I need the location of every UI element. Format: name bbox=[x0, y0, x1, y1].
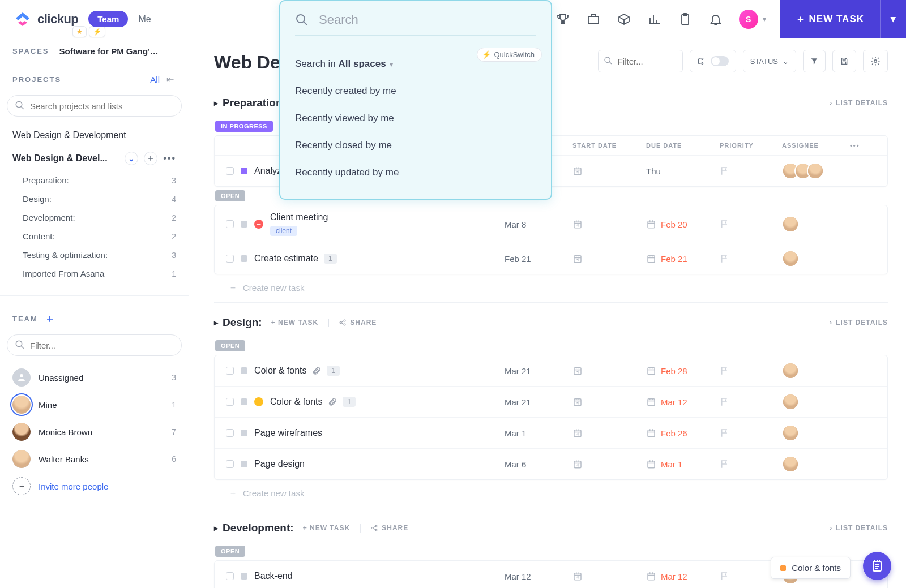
priority-cell[interactable] bbox=[720, 428, 782, 438]
status-square-icon[interactable] bbox=[241, 398, 247, 405]
box-icon[interactable] bbox=[617, 12, 631, 27]
attachment-icon[interactable] bbox=[312, 366, 321, 375]
due-date-cell[interactable]: Mar 12 bbox=[646, 397, 720, 407]
project-search[interactable] bbox=[7, 95, 182, 117]
project-search-input[interactable] bbox=[7, 95, 182, 117]
columns-menu-icon[interactable]: ••• bbox=[850, 142, 878, 149]
list-item[interactable]: Preparation:3 bbox=[0, 171, 189, 190]
start-date-cell[interactable] bbox=[572, 428, 646, 438]
avatar[interactable] bbox=[782, 424, 799, 441]
create-task-link[interactable]: ＋Create new task bbox=[214, 274, 888, 298]
create-task-link[interactable]: ＋Create new task bbox=[214, 480, 888, 503]
due-date-cell[interactable]: Feb 20 bbox=[646, 219, 720, 229]
assignee-cell[interactable] bbox=[782, 250, 850, 267]
priority-cell[interactable] bbox=[720, 397, 782, 407]
due-date-cell[interactable]: Feb 26 bbox=[646, 428, 720, 438]
avatar[interactable] bbox=[782, 362, 799, 379]
bell-icon[interactable] bbox=[708, 12, 723, 27]
task-row[interactable]: Page wireframesMar 1Feb 26 bbox=[215, 417, 887, 448]
start-date-cell[interactable] bbox=[572, 571, 646, 581]
due-date-cell[interactable]: Mar 1 bbox=[646, 459, 720, 469]
project-item-active[interactable]: Web Design & Devel... ⌄ ＋ ••• bbox=[0, 146, 189, 171]
new-task-dropdown[interactable]: ▾ bbox=[880, 0, 906, 38]
start-date-cell[interactable] bbox=[572, 397, 646, 407]
avatar[interactable] bbox=[782, 216, 799, 233]
notepad-fab[interactable] bbox=[863, 552, 891, 580]
status-square-icon[interactable] bbox=[241, 221, 247, 228]
avatar[interactable] bbox=[782, 393, 799, 410]
start-date-cell[interactable] bbox=[572, 254, 646, 264]
save-view-button[interactable] bbox=[832, 50, 856, 72]
user-menu[interactable]: S ▾ bbox=[739, 10, 766, 29]
list-details-link[interactable]: ›LIST DETAILS bbox=[830, 99, 888, 107]
invite-people[interactable]: ＋ Invite more people bbox=[0, 473, 189, 500]
status-badge[interactable]: OPEN bbox=[215, 190, 245, 201]
team-member[interactable]: Monica Brown7 bbox=[0, 418, 189, 445]
section-new-task[interactable]: + NEW TASK bbox=[271, 319, 318, 327]
task-checkbox[interactable] bbox=[226, 460, 234, 468]
priority-cell[interactable] bbox=[720, 254, 782, 264]
clipboard-icon[interactable] bbox=[678, 12, 693, 27]
assignee-cell[interactable] bbox=[782, 424, 850, 441]
filter-search[interactable] bbox=[598, 50, 683, 72]
list-item[interactable]: Content:2 bbox=[0, 227, 189, 246]
priority-cell[interactable] bbox=[720, 166, 782, 176]
add-list-button[interactable]: ＋ bbox=[144, 152, 157, 165]
task-checkbox[interactable] bbox=[226, 167, 234, 175]
tag-chip[interactable]: client bbox=[270, 226, 297, 236]
status-badge[interactable]: IN PROGRESS bbox=[215, 121, 273, 132]
list-item[interactable]: Testing & optimization:3 bbox=[0, 246, 189, 264]
assignee-cell[interactable] bbox=[782, 216, 850, 233]
team-filter[interactable] bbox=[7, 334, 182, 356]
task-checkbox[interactable] bbox=[226, 367, 234, 375]
assignee-cell[interactable] bbox=[782, 393, 850, 410]
logo[interactable]: clickup bbox=[14, 10, 78, 28]
new-task-button[interactable]: ＋NEW TASK ▾ bbox=[780, 0, 906, 38]
section-share[interactable]: SHARE bbox=[370, 524, 408, 532]
filter-button[interactable] bbox=[803, 50, 826, 72]
task-row[interactable]: –Client meetingclientMar 8Feb 20 bbox=[215, 205, 887, 243]
team-member[interactable]: Unassigned3 bbox=[0, 364, 189, 391]
team-member[interactable]: Walter Banks6 bbox=[0, 445, 189, 473]
all-link[interactable]: All bbox=[150, 75, 160, 84]
task-row[interactable]: –Color & fonts1Mar 21Mar 12 bbox=[215, 386, 887, 417]
section-toggle[interactable]: ▸Development: bbox=[214, 522, 294, 534]
list-item[interactable]: Design:4 bbox=[0, 190, 189, 208]
start-date-cell[interactable] bbox=[572, 219, 646, 229]
section-new-task[interactable]: + NEW TASK bbox=[303, 524, 350, 532]
space-selector[interactable]: Software for PM Gang's Sp... bbox=[59, 46, 161, 56]
status-square-icon[interactable] bbox=[241, 430, 247, 436]
minimized-task-chip[interactable]: Color & fonts bbox=[771, 557, 851, 579]
status-dropdown[interactable]: STATUS⌄ bbox=[743, 50, 796, 72]
trophy-icon[interactable] bbox=[555, 12, 570, 27]
due-date-cell[interactable]: Mar 12 bbox=[646, 571, 720, 581]
due-date-cell[interactable]: Feb 21 bbox=[646, 254, 720, 264]
status-square-icon[interactable] bbox=[241, 168, 247, 174]
priority-cell[interactable] bbox=[720, 366, 782, 376]
collapse-sidebar-icon[interactable]: ⇤ bbox=[166, 74, 174, 85]
priority-cell[interactable] bbox=[720, 219, 782, 229]
status-square-icon[interactable] bbox=[241, 461, 247, 467]
list-details-link[interactable]: ›LIST DETAILS bbox=[830, 524, 888, 532]
start-date-cell[interactable] bbox=[572, 459, 646, 469]
team-filter-input[interactable] bbox=[7, 334, 182, 356]
start-date-cell[interactable] bbox=[572, 166, 646, 176]
status-badge[interactable]: OPEN bbox=[215, 546, 245, 557]
section-toggle[interactable]: ▸Preparation: bbox=[214, 97, 286, 109]
assignee-cell[interactable] bbox=[782, 456, 850, 473]
team-member[interactable]: Mine1 bbox=[0, 391, 189, 418]
col-priority[interactable]: PRIORITY bbox=[720, 142, 782, 149]
avatar[interactable] bbox=[782, 250, 799, 267]
search-option[interactable]: Recently updated by me bbox=[295, 159, 536, 186]
avatar[interactable] bbox=[807, 162, 824, 179]
task-row[interactable]: Page designMar 6Mar 1 bbox=[215, 448, 887, 479]
me-tab[interactable]: Me bbox=[138, 14, 151, 24]
due-date-cell[interactable]: Feb 28 bbox=[646, 366, 720, 376]
add-team-member-icon[interactable]: ＋ bbox=[45, 312, 56, 325]
task-row[interactable]: Color & fonts1Mar 21Feb 28 bbox=[215, 355, 887, 386]
subtasks-toggle[interactable] bbox=[690, 50, 736, 72]
status-square-icon[interactable] bbox=[241, 573, 247, 580]
list-item[interactable]: Development:2 bbox=[0, 208, 189, 227]
avatar[interactable] bbox=[782, 456, 799, 473]
due-date-cell[interactable]: Thu bbox=[646, 166, 720, 176]
